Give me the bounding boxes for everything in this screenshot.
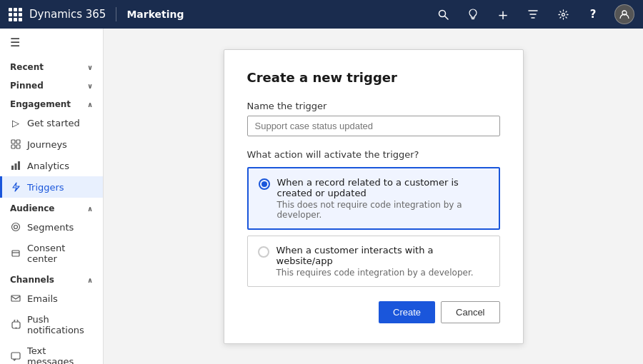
sidebar: ☰ Recent ∨ Pinned ∨ Engagement ∧ ▷ Get s… (0, 29, 104, 364)
sidebar-item-consent-center[interactable]: Consent center (0, 238, 103, 269)
svg-rect-7 (16, 140, 20, 143)
settings-icon[interactable] (554, 6, 572, 23)
radio-title-website: When a customer interacts with a website… (276, 245, 489, 266)
triggers-icon (10, 181, 21, 193)
action-question: What action will activate the trigger? (247, 149, 500, 160)
sms-icon (10, 350, 21, 362)
svg-point-4 (562, 13, 564, 16)
topbar: Dynamics 365 Marketing + ? (0, 0, 643, 29)
radio-text-record: When a record related to a customer is c… (277, 177, 489, 220)
play-icon: ▷ (10, 117, 21, 128)
name-label: Name the trigger (247, 101, 500, 111)
sidebar-item-analytics[interactable]: Analytics (0, 155, 103, 176)
topbar-module: Marketing (126, 9, 184, 20)
svg-rect-6 (11, 140, 15, 143)
sidebar-item-push-notifications[interactable]: Push notifications (0, 309, 103, 340)
create-trigger-dialog: Create a new trigger Name the trigger Wh… (224, 49, 524, 344)
add-icon[interactable]: + (494, 6, 512, 23)
user-avatar[interactable] (614, 4, 634, 24)
svg-rect-17 (11, 295, 20, 301)
main-layout: ☰ Recent ∨ Pinned ∨ Engagement ∧ ▷ Get s… (0, 29, 643, 364)
help-icon[interactable]: ? (584, 6, 602, 23)
sidebar-item-journeys[interactable]: Journeys (0, 133, 103, 155)
email-icon (10, 293, 21, 304)
radio-option-record[interactable]: When a record related to a customer is c… (247, 167, 500, 230)
chevron-down-icon: ∨ (87, 64, 93, 71)
create-button[interactable]: Create (379, 301, 435, 323)
push-icon (10, 319, 21, 330)
svg-rect-8 (11, 145, 15, 148)
topbar-actions: + ? (434, 4, 634, 24)
svg-rect-11 (15, 163, 17, 170)
radio-sub-record: This does not require code integration b… (277, 200, 489, 220)
sidebar-item-segments[interactable]: Segments (0, 216, 103, 238)
sidebar-item-text-messages[interactable]: Text messages (0, 340, 103, 364)
dialog-buttons: Create Cancel (247, 301, 500, 323)
svg-point-14 (14, 226, 18, 229)
filter-icon[interactable] (524, 6, 542, 23)
svg-line-1 (444, 16, 448, 19)
radio-button-website[interactable] (258, 246, 269, 258)
svg-point-13 (12, 223, 20, 231)
lightbulb-icon[interactable] (464, 6, 482, 23)
waffle-icon[interactable] (9, 8, 22, 21)
consent-icon (10, 248, 21, 259)
search-icon[interactable] (434, 6, 452, 23)
sidebar-pinned-header[interactable]: Pinned ∨ (0, 75, 103, 93)
analytics-icon (10, 160, 21, 171)
svg-rect-10 (11, 166, 14, 170)
radio-text-website: When a customer interacts with a website… (276, 245, 489, 278)
radio-button-record[interactable] (259, 178, 270, 190)
sidebar-item-emails[interactable]: Emails (0, 288, 103, 309)
trigger-name-input[interactable] (247, 116, 500, 136)
sidebar-item-get-started[interactable]: ▷ Get started (0, 112, 103, 133)
radio-title-record: When a record related to a customer is c… (277, 177, 489, 198)
topbar-divider (116, 7, 116, 21)
chevron-down-icon: ∨ (87, 82, 93, 90)
dialog-title: Create a new trigger (247, 70, 500, 85)
journeys-icon (10, 138, 21, 150)
hamburger-icon[interactable]: ☰ (0, 29, 103, 56)
svg-rect-9 (16, 145, 20, 148)
radio-option-website[interactable]: When a customer interacts with a website… (247, 236, 500, 287)
main-content: Create a new trigger Name the trigger Wh… (104, 29, 643, 364)
chevron-up-icon: ∧ (87, 101, 93, 108)
chevron-up-icon: ∧ (87, 205, 93, 213)
segments-icon (10, 221, 21, 233)
sidebar-channels-header[interactable]: Channels ∧ (0, 269, 103, 288)
chevron-up-icon: ∧ (87, 276, 93, 284)
app-name: Dynamics 365 (29, 8, 106, 21)
svg-rect-20 (11, 353, 20, 359)
svg-rect-15 (12, 251, 19, 256)
sidebar-engagement-header[interactable]: Engagement ∧ (0, 93, 103, 112)
svg-point-19 (15, 328, 16, 329)
cancel-button[interactable]: Cancel (441, 301, 499, 323)
sidebar-recent-header[interactable]: Recent ∨ (0, 56, 103, 75)
svg-rect-12 (18, 161, 20, 170)
sidebar-item-triggers[interactable]: Triggers (0, 176, 103, 198)
sidebar-audience-header[interactable]: Audience ∧ (0, 198, 103, 216)
radio-sub-website: This requires code integration by a deve… (276, 268, 489, 278)
